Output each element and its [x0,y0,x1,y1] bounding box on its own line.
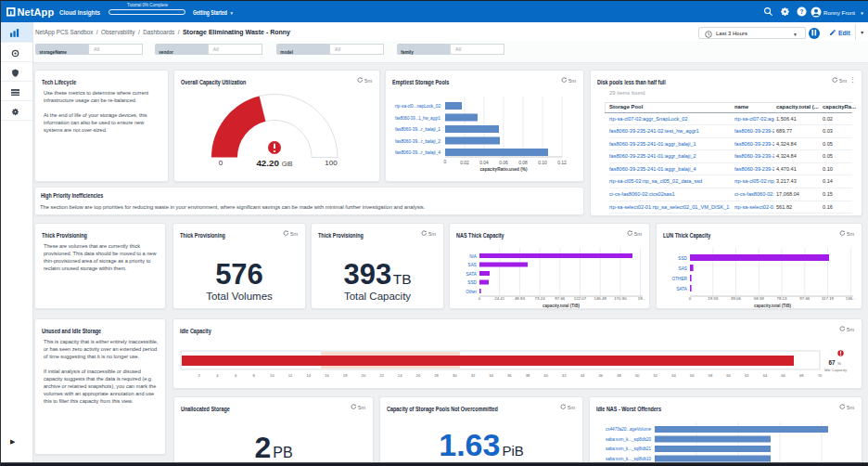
svg-text:0: 0 [444,159,447,164]
svg-text:2: 2 [198,373,201,378]
svg-text:32: 32 [471,373,476,378]
svg-text:52: 52 [653,373,657,378]
svg-text:6: 6 [235,373,237,378]
svg-text:22: 22 [379,373,384,378]
svg-text:0.02: 0.02 [460,160,469,165]
svg-text:SAS: SAS [468,263,477,267]
svg-text:54: 54 [671,373,676,378]
svg-text:capacity.total (TiB): capacity.total (TiB) [542,303,580,308]
svg-text:N/A: N/A [469,254,478,259]
svg-text:42: 42 [562,373,567,378]
svg-text:0.08: 0.08 [518,160,528,165]
svg-text:cs4473a20...ageVolume: cs4473a20...ageVolume [606,427,651,432]
svg-text:40: 40 [543,373,548,378]
svg-text:62: 62 [745,373,749,378]
svg-text:36: 36 [507,373,512,378]
svg-text:56: 56 [690,373,695,378]
svg-text:38: 38 [526,373,530,378]
svg-text:70: 70 [818,373,823,378]
svg-text:100: 100 [325,159,338,167]
svg-text:%: % [837,361,841,366]
svg-text:capacityRatio.used (%): capacityRatio.used (%) [480,166,528,172]
svg-text:0.10: 0.10 [538,160,547,165]
svg-text:39.06: 39.06 [731,296,742,301]
svg-text:68: 68 [799,373,804,378]
svg-text:rtp-sa-cl0...napLock_02: rtp-sa-cl0...napLock_02 [395,103,440,109]
svg-text:Other: Other [466,290,477,294]
svg-text:44: 44 [581,373,585,378]
svg-text:OTHER: OTHER [672,277,688,281]
svg-text:170.90: 170.90 [614,296,627,301]
svg-text:0.04: 0.04 [479,160,489,165]
svg-text:fas8060-39...r_balaji_1: fas8060-39...r_balaji_1 [395,126,440,132]
svg-text:saba:svm_k..._sql8db10: saba:svm_k..._sql8db10 [606,457,651,461]
svg-text:0.06: 0.06 [499,160,508,165]
svg-text:SAS: SAS [679,266,687,271]
svg-text:28: 28 [434,373,439,378]
svg-text:73.24: 73.24 [535,296,546,301]
svg-text:8: 8 [253,373,256,378]
svg-text:42.20 GiB: 42.20 GiB [256,158,292,168]
svg-text:18: 18 [343,373,348,378]
svg-text:58.59: 58.59 [754,296,765,301]
svg-text:SATA: SATA [466,272,477,277]
svg-text:50: 50 [635,373,640,378]
svg-text:4: 4 [216,373,219,378]
svg-text:34: 34 [489,373,493,378]
svg-text:16: 16 [325,373,329,378]
svg-text:0: 0 [689,296,692,301]
svg-text:19...: 19... [638,296,646,301]
svg-text:58: 58 [708,373,713,378]
svg-text:48: 48 [617,373,621,378]
svg-text:SSD: SSD [678,256,687,261]
svg-text:117.19: 117.19 [822,296,835,301]
svg-text:fas8060-39...1_hw_aggr1: fas8060-39...1_hw_aggr1 [395,115,440,121]
svg-text:26: 26 [416,373,421,378]
svg-text:Idle Capacity: Idle Capacity [824,368,848,372]
svg-text:?: ? [800,8,804,15]
svg-text:64: 64 [763,373,768,378]
svg-text:97.66: 97.66 [799,296,811,301]
svg-text:fas8060-39...r_balaji_2: fas8060-39...r_balaji_2 [395,138,440,144]
svg-text:10: 10 [270,373,274,378]
svg-text:46: 46 [598,373,603,378]
svg-text:24: 24 [398,373,402,378]
svg-text:14: 14 [306,373,311,378]
svg-text:12: 12 [288,373,293,378]
svg-text:capacity.total (TiB): capacity.total (TiB) [754,303,791,308]
svg-text:122.07: 122.07 [574,296,587,301]
svg-text:30: 30 [453,373,457,378]
svg-text:60: 60 [726,373,731,378]
svg-text:fas8060-39...r_balaji_4: fas8060-39...r_balaji_4 [395,149,440,155]
svg-text:19.53: 19.53 [708,296,719,301]
svg-text:136...: 136... [846,296,856,301]
svg-text:saba:svm_k..._sql8db21: saba:svm_k..._sql8db21 [606,447,651,451]
svg-text:SATA: SATA [676,287,687,291]
svg-text:0: 0 [219,159,223,167]
svg-text:SSD: SSD [467,280,477,285]
svg-text:146.48: 146.48 [594,296,606,301]
svg-text:0.12: 0.12 [557,160,567,165]
svg-text:67: 67 [828,359,836,366]
svg-text:24.41: 24.41 [494,296,505,301]
svg-text:saba:svm_k..._sql8db20: saba:svm_k..._sql8db20 [606,437,651,442]
svg-text:0: 0 [479,296,481,301]
svg-text:20: 20 [362,373,366,378]
svg-text:66: 66 [781,373,785,378]
svg-text:48.83: 48.83 [515,296,526,301]
svg-text:97.66: 97.66 [555,296,566,301]
svg-text:78.13: 78.13 [777,296,788,301]
